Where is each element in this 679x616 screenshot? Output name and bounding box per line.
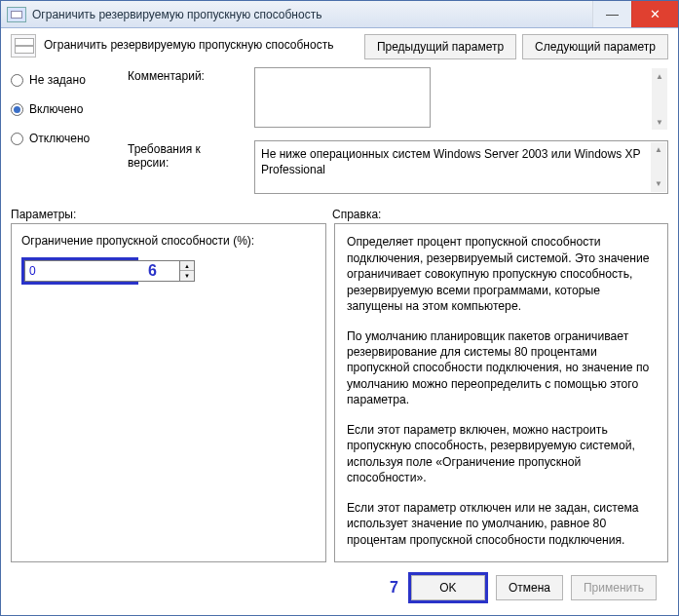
help-paragraph: По умолчанию планировщик пакетов огранич… (347, 328, 656, 408)
content-area: Ограничить резервируемую пропускную спос… (1, 28, 678, 615)
requirements-text: Не ниже операционных систем Windows Serv… (261, 147, 640, 176)
radio-label: Не задано (29, 73, 86, 87)
radio-label: Отключено (29, 132, 90, 145)
radio-not-configured[interactable]: Не задано (11, 73, 128, 87)
scroll-up-icon: ▲ (652, 68, 667, 84)
help-section-label: Справка: (332, 208, 381, 221)
comment-row: Комментарий: ▲ ▼ (128, 67, 668, 131)
ok-highlight: OK (408, 572, 488, 603)
state-row: Не задано Включено Отключено Комментарий… (11, 67, 668, 194)
help-paragraph: Если этот параметр отключен или не задан… (347, 500, 656, 548)
state-radio-group: Не задано Включено Отключено (11, 67, 128, 145)
section-labels: Параметры: Справка: (11, 208, 668, 221)
radio-label: Включено (29, 102, 83, 116)
cancel-button[interactable]: Отмена (496, 575, 563, 600)
setting-title: Ограничить резервируемую пропускную спос… (44, 34, 357, 52)
fields-column: Комментарий: ▲ ▼ Требования к версии: Не… (128, 67, 668, 194)
apply-button[interactable]: Применить (571, 575, 657, 600)
bandwidth-limit-label: Ограничение пропускной способности (%): (21, 234, 316, 248)
annotation-7: 7 (390, 579, 398, 597)
next-setting-button[interactable]: Следующий параметр (522, 34, 668, 59)
annotation-6: 6 (148, 262, 157, 280)
radio-icon (11, 103, 23, 116)
spinner-up-button[interactable]: ▲ (180, 261, 194, 271)
footer: 7 OK Отмена Применить (11, 562, 668, 615)
params-section-label: Параметры: (11, 208, 332, 221)
help-paragraph: Если этот параметр включен, можно настро… (347, 422, 656, 486)
window-title: Ограничить резервируемую пропускную спос… (32, 8, 592, 21)
header-row: Ограничить резервируемую пропускную спос… (11, 34, 668, 59)
nav-buttons: Предыдущий параметр Следующий параметр (364, 34, 668, 59)
scroll-down-icon: ▼ (651, 176, 666, 192)
titlebar: Ограничить резервируемую пропускную спос… (1, 1, 678, 28)
policy-icon (7, 7, 26, 22)
radio-icon (11, 74, 23, 87)
requirements-row: Требования к версии: Не ниже операционны… (128, 140, 668, 194)
help-panel: Определяет процент пропускной способност… (334, 223, 668, 562)
settings-list-icon (11, 34, 36, 58)
scroll-up-icon: ▲ (651, 142, 666, 158)
scrollbar[interactable]: ▲ ▼ (651, 142, 666, 192)
spinner-down-button[interactable]: ▼ (180, 271, 194, 281)
close-button[interactable]: ✕ (631, 1, 678, 27)
dialog-window: Ограничить резервируемую пропускную спос… (0, 0, 679, 616)
minimize-button[interactable]: — (592, 1, 631, 27)
spinner-buttons: ▲ ▼ (179, 260, 195, 282)
comment-textarea[interactable] (254, 67, 431, 128)
scroll-down-icon: ▼ (652, 114, 667, 130)
help-paragraph: Внимание! Если ограничение пропускной сп… (347, 561, 656, 562)
radio-icon (11, 133, 23, 145)
radio-disabled[interactable]: Отключено (11, 132, 128, 145)
requirements-label: Требования к версии: (128, 140, 245, 194)
bandwidth-spinner-row: ▲ ▼ 6 (21, 257, 316, 285)
previous-setting-button[interactable]: Предыдущий параметр (364, 34, 516, 59)
help-paragraph: Определяет процент пропускной способност… (347, 234, 656, 314)
requirements-box: Не ниже операционных систем Windows Serv… (254, 140, 668, 194)
comment-label: Комментарий: (128, 67, 245, 131)
panels: Ограничение пропускной способности (%): … (11, 223, 668, 562)
radio-enabled[interactable]: Включено (11, 102, 128, 116)
bandwidth-spinner: ▲ ▼ (21, 257, 138, 285)
scrollbar[interactable]: ▲ ▼ (652, 68, 667, 130)
params-panel: Ограничение пропускной способности (%): … (11, 223, 326, 562)
window-controls: — ✕ (592, 1, 678, 27)
ok-button[interactable]: OK (411, 575, 485, 600)
